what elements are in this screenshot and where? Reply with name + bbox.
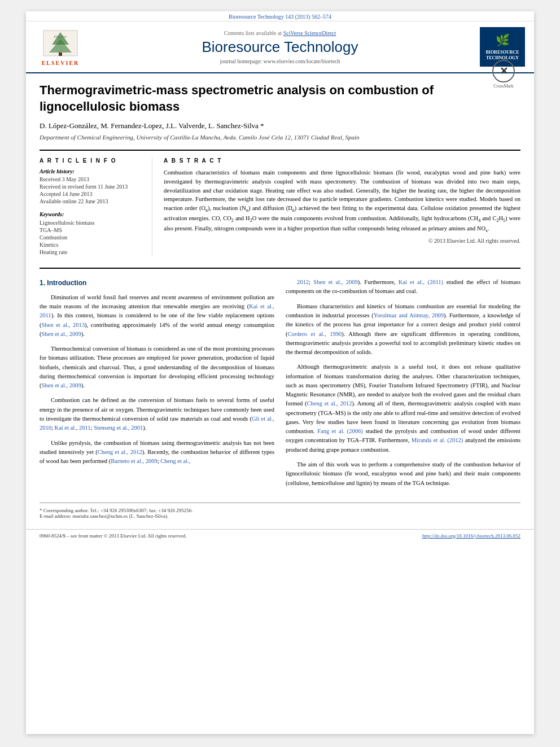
- keyword-2: Combustion: [40, 234, 143, 241]
- left-column: 1. Introduction Diminution of world foss…: [40, 278, 274, 493]
- introduction-heading: 1. Introduction: [40, 278, 274, 289]
- footer-bar: 0960-8524/$ – see front matter © 2013 El…: [26, 529, 534, 542]
- svg-rect-4: [59, 53, 62, 56]
- copyright: © 2013 Elsevier Ltd. All rights reserved…: [164, 238, 520, 244]
- article-body: Thermogravimetric-mass spectrometric ana…: [26, 73, 534, 503]
- right-column: 2012; Shen et al., 2009). Furthermore, K…: [286, 278, 520, 493]
- right-para-3: Although thermogravimetric analysis is a…: [286, 362, 520, 455]
- keywords-label: Keywords:: [40, 211, 143, 217]
- badge-line1: BIORESOURCE: [485, 50, 519, 55]
- right-para-2: Biomass characteristics and kinetics of …: [286, 302, 520, 357]
- article-info-panel: A R T I C L E I N F O Article history: R…: [40, 158, 152, 256]
- right-para-4: The aim of this work was to perform a co…: [286, 460, 520, 488]
- footer-notes: * Corresponding author. Tel.: +34 926 29…: [40, 503, 520, 523]
- journal-homepage: journal homepage: www.elsevier.com/locat…: [86, 58, 474, 64]
- intro-para-2: Thermochemical conversion of biomass is …: [40, 344, 274, 390]
- journal-page: Bioresource Technology 143 (2013) 562–57…: [26, 11, 534, 734]
- keyword-1: TGA–MS: [40, 227, 143, 233]
- ref-cordero-1990[interactable]: Cordero et al., 1990: [288, 331, 342, 337]
- ref-shen-2009c[interactable]: Shen et al., 2009: [313, 279, 358, 285]
- ref-shen-2009a[interactable]: Shen et al., 2009: [42, 331, 81, 337]
- ref-fang-2006[interactable]: Fang et al. (2006): [317, 428, 363, 434]
- ref-miranda-2012[interactable]: Miranda et al. (2012): [412, 437, 463, 443]
- ref-cheng-2012[interactable]: Cheng et al., 2012: [98, 449, 142, 455]
- article-info-abstract: A R T I C L E I N F O Article history: R…: [40, 150, 520, 256]
- authors-line: D. López-González, M. Fernandez-Lopez, J…: [40, 121, 492, 130]
- crossmark-section: ✕ CrossMark: [492, 60, 515, 89]
- ref-cheng-2012b[interactable]: Cheng et al., 2012: [307, 400, 352, 407]
- journal-top-bar: Bioresource Technology 143 (2013) 562–57…: [26, 11, 534, 21]
- footer-doi[interactable]: http://dx.doi.org/10.1016/j.biortech.201…: [422, 533, 520, 539]
- ref-kai-2011c[interactable]: Kai et al., (2011): [399, 279, 443, 285]
- elsevier-label: ELSEVIER: [42, 60, 80, 66]
- ref-2012[interactable]: 2012: [297, 279, 309, 285]
- intro-para-4: Unlike pyrolysis, the combustion of biom…: [40, 439, 274, 466]
- ref-cheng-et-al[interactable]: Cheng et al.,: [160, 458, 190, 464]
- keyword-4: Heating rate: [40, 249, 143, 255]
- abstract-text: Combustion characteristics of biomass ma…: [164, 168, 520, 234]
- authors-text: D. López-González, M. Fernandez-Lopez, J…: [40, 121, 264, 130]
- journal-reference: Bioresource Technology 143 (2013) 562–57…: [229, 14, 331, 20]
- intro-para-1: Diminution of world fossil fuel reserves…: [40, 293, 274, 339]
- crossmark-icon: ✕: [492, 60, 515, 82]
- ref-kai-2011[interactable]: Kai et al., 2011: [40, 303, 274, 318]
- elsevier-logo: Elsevier ELSEVIER: [35, 28, 86, 66]
- ref-stenseng-2001[interactable]: Stenseng et al., 2001: [94, 425, 143, 431]
- ref-yorulmaz-2009[interactable]: Yorulmaz and Atimtay, 2009: [374, 312, 444, 318]
- available-date: Available online 22 June 2013: [40, 198, 143, 204]
- keyword-0: Lignocellulosic biomass: [40, 220, 143, 226]
- accepted-date: Accepted 14 June 2013: [40, 191, 143, 197]
- received-revised-date: Received in revised form 11 June 2013: [40, 184, 143, 190]
- journal-main-title: Bioresource Technology: [86, 38, 474, 56]
- ref-shen-2009b[interactable]: Shen et al., 2009: [42, 382, 81, 388]
- article-title: Thermogravimetric-mass spectrometric ana…: [40, 82, 492, 115]
- journal-header: Elsevier ELSEVIER Contents lists availab…: [26, 21, 534, 73]
- journal-title-section: Contents lists available at SciVerse Sci…: [86, 30, 474, 64]
- footer-issn: 0960-8524/$ – see front matter © 2013 El…: [40, 533, 187, 539]
- bio-icon: 🌿: [496, 33, 510, 47]
- main-text-body: 1. Introduction Diminution of world foss…: [40, 268, 520, 493]
- article-info-heading: A R T I C L E I N F O: [40, 158, 143, 164]
- abstract-section: A B S T R A C T Combustion characteristi…: [164, 158, 520, 256]
- abstract-heading: A B S T R A C T: [164, 158, 520, 164]
- corresponding-author: * Corresponding author. Tel.: +34 926 29…: [40, 508, 520, 513]
- right-para-1: 2012; Shen et al., 2009). Furthermore, K…: [286, 278, 520, 296]
- article-history-label: Article history:: [40, 168, 143, 174]
- email-address: E-mail address: mariahz.sanchez@uchm.es …: [40, 513, 520, 519]
- ref-shen-2013[interactable]: Shen et al., 2013: [42, 322, 85, 328]
- received-date: Received 3 May 2013: [40, 176, 143, 182]
- sciverse-text: Contents lists available at SciVerse Sci…: [86, 30, 474, 36]
- keyword-3: Kinetics: [40, 242, 143, 248]
- crossmark-label: CrossMark: [492, 84, 515, 89]
- elsevier-tree-icon: Elsevier: [41, 28, 80, 59]
- intro-para-3: Combustion can be defined as the convers…: [40, 396, 274, 433]
- affiliation: Department of Chemical Engineering, Univ…: [40, 134, 492, 141]
- ref-barneto-2009[interactable]: Barneto et al., 2009: [111, 458, 158, 464]
- ref-kai-2011b[interactable]: Kai et al., 2011: [55, 425, 91, 431]
